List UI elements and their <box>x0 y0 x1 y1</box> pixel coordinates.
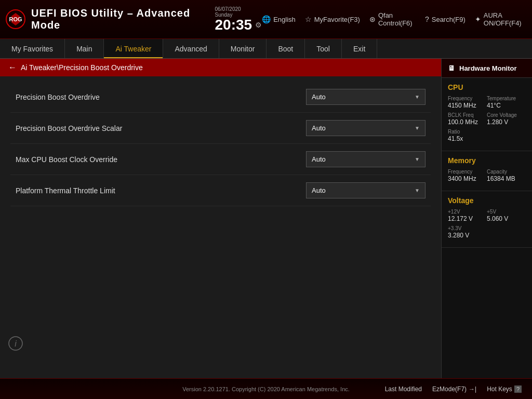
footer-actions: Last Modified EzMode(F7) →| Hot Keys ? <box>385 385 522 393</box>
navbar: My Favorites Main Ai Tweaker Advanced Mo… <box>0 39 532 59</box>
monitor-icon: 🖥 <box>448 64 455 72</box>
nav-exit[interactable]: Exit <box>342 39 377 58</box>
nav-my-favorites[interactable]: My Favorites <box>0 39 65 58</box>
content-area: ← Ai Tweaker\Precision Boost Overdrive P… <box>0 59 441 378</box>
svg-text:ROG: ROG <box>9 16 22 22</box>
hw-memory-freq-cap-row: Frequency 3400 MHz Capacity 16384 MB <box>448 169 526 182</box>
hw-mem-freq-col: Frequency 3400 MHz <box>448 169 487 182</box>
nav-tool[interactable]: Tool <box>305 39 342 58</box>
hw-cpu-ratio-row: Ratio 41.5x <box>448 129 526 142</box>
max-cpu-boost-dropdown[interactable]: Auto ▼ <box>306 151 425 167</box>
search-control[interactable]: ? Search(F9) <box>425 15 466 23</box>
aura-control[interactable]: ✦ AURA ON/OFF(F4) <box>475 11 527 27</box>
ez-mode-icon: →| <box>469 385 476 393</box>
bios-title: UEFI BIOS Utility – Advanced Mode <box>31 7 205 31</box>
qfan-control[interactable]: ⊛ Qfan Control(F6) <box>369 11 416 27</box>
hw-bclk-col: BCLK Freq 100.0 MHz <box>448 112 487 126</box>
settings-icon[interactable]: ⚙ <box>255 21 262 29</box>
breadcrumb: ← Ai Tweaker\Precision Boost Overdrive <box>0 59 441 76</box>
precision-boost-overdrive-scalar-dropdown[interactable]: Auto ▼ <box>306 120 425 136</box>
rog-logo-icon: ROG <box>5 9 26 30</box>
star-icon: ☆ <box>305 15 312 23</box>
hw-core-voltage-col: Core Voltage 1.280 V <box>487 112 526 126</box>
chevron-down-icon: ▼ <box>415 125 420 131</box>
setting-row-max-cpu-boost: Max CPU Boost Clock Override Auto ▼ <box>10 144 431 175</box>
back-arrow-icon[interactable]: ← <box>8 63 17 72</box>
nav-main[interactable]: Main <box>65 39 104 58</box>
hw-12v-col: +12V 12.172 V <box>448 209 487 222</box>
main-layout: ← Ai Tweaker\Precision Boost Overdrive P… <box>0 59 532 378</box>
hw-cpu-bclk-voltage-row: BCLK Freq 100.0 MHz Core Voltage 1.280 V <box>448 112 526 126</box>
footer-version: Version 2.20.1271. Copyright (C) 2020 Am… <box>182 386 350 392</box>
setting-row-precision-boost-overdrive-scalar: Precision Boost Overdrive Scalar Auto ▼ <box>10 113 431 144</box>
svg-text:i: i <box>15 339 17 348</box>
header: ROG UEFI BIOS Utility – Advanced Mode 06… <box>0 0 532 39</box>
platform-thermal-dropdown[interactable]: Auto ▼ <box>306 182 425 198</box>
chevron-down-icon: ▼ <box>415 94 420 100</box>
hw-cpu-temp-col: Temperature 41°C <box>487 96 526 109</box>
datetime-section: 06/07/2020 Sunday 20:35 ⚙ <box>215 6 262 32</box>
logo-area: ROG <box>5 9 26 30</box>
hot-keys-button[interactable]: Hot Keys ? <box>487 385 522 393</box>
footer: Version 2.20.1271. Copyright (C) 2020 Am… <box>0 378 532 399</box>
info-icon[interactable]: i <box>8 336 23 353</box>
hw-monitor-header: 🖥 Hardware Monitor <box>442 59 532 78</box>
hw-3v3-col: +3.3V 3.280 V <box>448 225 526 239</box>
settings-container: Precision Boost Overdrive Auto ▼ Precisi… <box>0 76 441 211</box>
precision-boost-overdrive-dropdown[interactable]: Auto ▼ <box>306 89 425 105</box>
hw-voltage-3v3-row: +3.3V 3.280 V <box>448 225 526 239</box>
hw-mem-cap-col: Capacity 16384 MB <box>487 169 526 182</box>
hw-memory-section: Memory Frequency 3400 MHz Capacity 16384… <box>442 151 532 191</box>
last-modified-button[interactable]: Last Modified <box>385 385 422 393</box>
aura-icon: ✦ <box>475 15 481 23</box>
header-controls: 🌐 English ☆ MyFavorite(F3) ⊛ Qfan Contro… <box>262 11 527 27</box>
nav-advanced[interactable]: Advanced <box>163 39 219 58</box>
hw-voltage-section: Voltage +12V 12.172 V +5V 5.060 V +3.3V … <box>442 191 532 248</box>
chevron-down-icon: ▼ <box>415 156 420 162</box>
fan-icon: ⊛ <box>369 15 376 23</box>
myfavorite-control[interactable]: ☆ MyFavorite(F3) <box>305 15 360 23</box>
nav-monitor[interactable]: Monitor <box>219 39 267 58</box>
header-date: 06/07/2020 <box>215 6 241 12</box>
nav-ai-tweaker[interactable]: Ai Tweaker <box>104 39 163 58</box>
hw-voltage-12v-5v-row: +12V 12.172 V +5V 5.060 V <box>448 209 526 222</box>
setting-row-platform-thermal: Platform Thermal Throttle Limit Auto ▼ <box>10 175 431 206</box>
ez-mode-button[interactable]: EzMode(F7) →| <box>432 385 476 393</box>
globe-icon: 🌐 <box>262 15 271 23</box>
hw-cpu-section: CPU Frequency 4150 MHz Temperature 41°C … <box>442 78 532 151</box>
hw-5v-col: +5V 5.060 V <box>487 209 526 222</box>
search-icon: ? <box>425 15 429 23</box>
hw-cpu-freq-temp-row: Frequency 4150 MHz Temperature 41°C <box>448 96 526 109</box>
hw-ratio-col: Ratio 41.5x <box>448 129 526 142</box>
language-control[interactable]: 🌐 English <box>262 15 296 23</box>
hw-monitor-panel: 🖥 Hardware Monitor CPU Frequency 4150 MH… <box>441 59 532 378</box>
header-time: 20:35 <box>215 18 252 32</box>
setting-row-precision-boost-overdrive: Precision Boost Overdrive Auto ▼ <box>10 82 431 113</box>
question-icon: ? <box>514 385 522 393</box>
chevron-down-icon: ▼ <box>415 188 420 193</box>
nav-boot[interactable]: Boot <box>267 39 305 58</box>
hw-cpu-freq-col: Frequency 4150 MHz <box>448 96 487 109</box>
